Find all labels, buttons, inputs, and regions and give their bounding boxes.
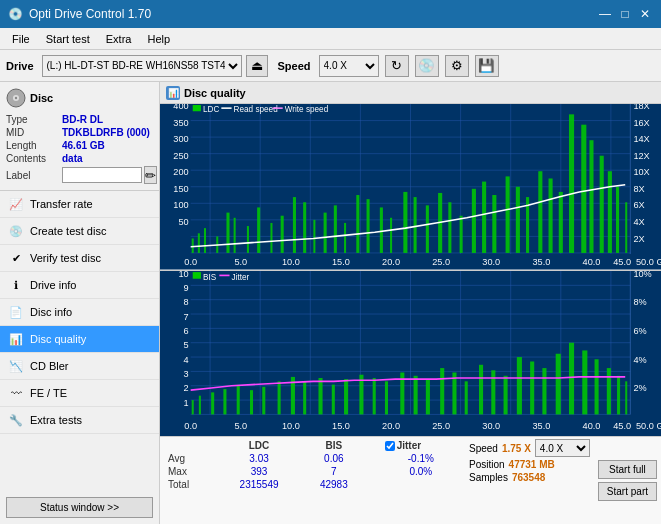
eject-button[interactable]: ⏏ [246,55,268,77]
svg-point-2 [15,97,17,99]
label-label: Label [6,170,62,181]
type-row: Type BD-R DL [6,114,153,125]
svg-rect-84 [559,192,563,253]
type-label: Type [6,114,62,125]
main-content: Disc Type BD-R DL MID TDKBLDRFB (000) Le… [0,82,661,524]
svg-text:40.0: 40.0 [583,419,601,430]
menu-start-test[interactable]: Start test [38,31,98,47]
svg-text:3: 3 [184,367,189,378]
sidebar: Disc Type BD-R DL MID TDKBLDRFB (000) Le… [0,82,160,524]
svg-text:18X: 18X [633,104,649,111]
fe-te-icon: 〰 [8,385,24,401]
disc-panel: Disc Type BD-R DL MID TDKBLDRFB (000) Le… [0,82,159,191]
sidebar-item-create-test-disc[interactable]: 💿 Create test disc [0,218,159,245]
label-edit-button[interactable]: ✏ [144,166,157,184]
svg-rect-172 [542,368,546,414]
sidebar-item-fe-te[interactable]: 〰 FE / TE [0,380,159,407]
nav-label-drive-info: Drive info [30,279,76,291]
menu-file[interactable]: File [4,31,38,47]
svg-text:30.0: 30.0 [482,257,500,267]
svg-rect-69 [390,218,392,253]
sidebar-item-extra-tests[interactable]: 🔧 Extra tests [0,407,159,434]
mid-label: MID [6,127,62,138]
sidebar-item-verify-test-disc[interactable]: ✔ Verify test disc [0,245,159,272]
menu-extra[interactable]: Extra [98,31,140,47]
speed-info: Speed 1.75 X 4.0 X Position 47731 MB Sam… [469,439,590,522]
drive-select[interactable]: (L:) HL-DT-ST BD-RE WH16NS58 TST4 [42,55,242,77]
svg-rect-89 [608,171,612,253]
contents-row: Contents data [6,153,153,164]
svg-rect-64 [334,205,337,253]
bottom-chart: 10 9 8 7 6 5 4 3 2 1 [160,271,661,437]
save-button[interactable]: 💾 [475,55,499,77]
start-part-button[interactable]: Start part [598,482,657,501]
svg-text:45.0: 45.0 [613,257,631,267]
speed-info-label: Speed [469,443,498,454]
chart-header: 📊 Disc quality [160,82,661,104]
disc-quality-icon: 📊 [8,331,24,347]
refresh-button[interactable]: ↻ [385,55,409,77]
settings-button[interactable]: ⚙ [445,55,469,77]
sidebar-item-drive-info[interactable]: ℹ Drive info [0,272,159,299]
svg-rect-170 [517,357,522,414]
nav-label-create-test-disc: Create test disc [30,225,106,237]
svg-rect-63 [324,213,327,253]
avg-jitter: -0.1% [381,452,461,465]
minimize-button[interactable]: — [597,6,613,22]
svg-rect-150 [250,390,253,414]
svg-rect-52 [204,228,206,253]
sidebar-item-disc-quality[interactable]: 📊 Disc quality [0,326,159,353]
max-jitter: 0.0% [381,465,461,478]
svg-rect-156 [332,384,335,414]
svg-text:9: 9 [184,281,189,292]
button-area: Start full Start part [598,439,657,522]
length-value: 46.61 GB [62,140,105,151]
position-row: Position 47731 MB [469,459,590,470]
sidebar-item-transfer-rate[interactable]: 📈 Transfer rate [0,191,159,218]
svg-rect-173 [556,353,561,414]
stats-row-total: Total 2315549 42983 [164,478,461,491]
speed-info-value: 1.75 X [502,443,531,454]
svg-text:8X: 8X [633,184,644,194]
svg-text:7: 7 [184,310,189,321]
length-row: Length 46.61 GB [6,140,153,151]
svg-rect-160 [385,381,388,414]
maximize-button[interactable]: □ [617,6,633,22]
status-window-button[interactable]: Status window >> [6,497,153,518]
svg-text:6%: 6% [633,324,647,335]
samples-label: Samples [469,472,508,483]
col-header-bis: BIS [301,439,366,452]
label-input[interactable] [62,167,142,183]
menu-help[interactable]: Help [139,31,178,47]
svg-text:5.0: 5.0 [234,419,247,430]
disc-button[interactable]: 💿 [415,55,439,77]
svg-text:2X: 2X [633,234,644,244]
svg-rect-175 [582,350,587,414]
contents-label: Contents [6,153,62,164]
total-ldc: 2315549 [217,478,302,491]
app-icon: 💿 [8,7,23,21]
svg-text:0.0: 0.0 [184,257,197,267]
svg-text:15.0: 15.0 [332,257,350,267]
sidebar-item-disc-info[interactable]: 📄 Disc info [0,299,159,326]
speed-info-select[interactable]: 4.0 X [535,439,590,457]
disc-icon [6,88,26,108]
svg-rect-76 [472,189,476,253]
svg-text:20.0: 20.0 [382,257,400,267]
start-full-button[interactable]: Start full [598,460,657,479]
jitter-checkbox[interactable] [385,441,395,451]
stats-area: LDC BIS Jitter [160,436,661,524]
speed-select[interactable]: 4.0 X [319,55,379,77]
svg-rect-164 [440,368,444,414]
svg-text:45.0: 45.0 [613,419,631,430]
close-button[interactable]: ✕ [637,6,653,22]
svg-rect-159 [373,378,376,414]
nav-label-transfer-rate: Transfer rate [30,198,93,210]
nav-label-disc-info: Disc info [30,306,72,318]
svg-rect-61 [303,202,306,253]
nav-label-fe-te: FE / TE [30,387,67,399]
mid-row: MID TDKBLDRFB (000) [6,127,153,138]
nav-label-disc-quality: Disc quality [30,333,86,345]
speed-label: Speed [278,60,311,72]
sidebar-item-cd-bler[interactable]: 📉 CD Bler [0,353,159,380]
